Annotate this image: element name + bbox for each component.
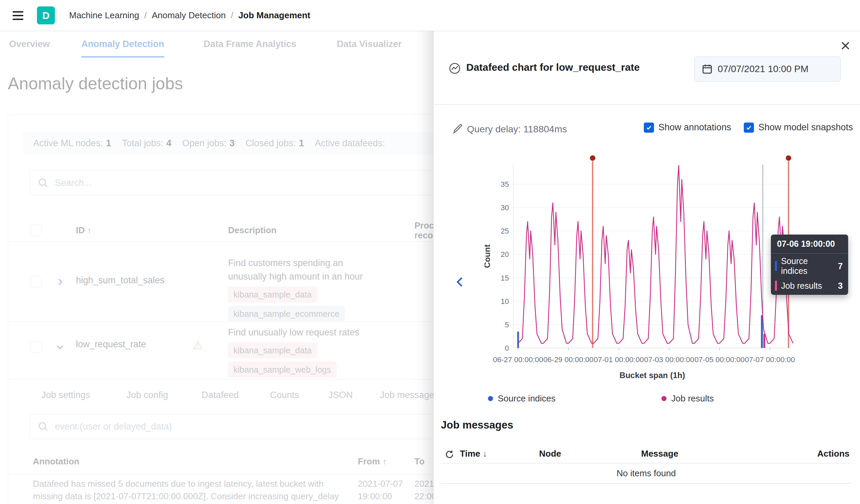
- job-id[interactable]: low_request_rate: [76, 339, 146, 350]
- svg-text:20: 20: [501, 250, 509, 258]
- column-header-time[interactable]: Time ↓: [460, 448, 487, 459]
- job-description-text: Find unusually low request rates: [228, 327, 359, 338]
- checkbox-label: Show model snapshots: [758, 122, 853, 133]
- tab-data-frame-analytics[interactable]: Data Frame Analytics: [204, 31, 297, 58]
- breadcrumb-separator: /: [144, 10, 147, 21]
- column-header-id[interactable]: ID ↑: [76, 219, 91, 241]
- svg-text:06-29 00:00:00: 06-29 00:00:00: [544, 355, 594, 364]
- job-id[interactable]: high_sum_total_sales: [76, 275, 164, 286]
- column-header-description[interactable]: Description: [228, 219, 276, 241]
- edit-icon[interactable]: [453, 124, 463, 134]
- breadcrumb-anomaly-detection[interactable]: Anomaly Detection: [152, 10, 226, 21]
- index-badge: kibana_sample_ecommerce: [228, 306, 345, 322]
- breadcrumb: Machine Learning / Anomaly Detection / J…: [69, 10, 311, 21]
- show-model-snapshots-checkbox[interactable]: Show model snapshots: [744, 122, 853, 133]
- svg-text:Count: Count: [485, 244, 492, 268]
- svg-text:0: 0: [505, 344, 509, 352]
- tab-datafeed[interactable]: Datafeed: [202, 390, 239, 400]
- tooltip-row: Job results 3: [771, 278, 848, 295]
- svg-text:5: 5: [505, 321, 509, 329]
- search-icon: [38, 178, 48, 188]
- column-header-from[interactable]: From ↑: [358, 456, 387, 467]
- series-color-bar: [775, 281, 777, 291]
- annotation-from: 2021-07-07 19:00:00: [358, 478, 403, 503]
- index-badge: kibana_sample_web_logs: [228, 361, 336, 378]
- tooltip-row: Source indices 7: [771, 253, 848, 278]
- svg-text:10: 10: [501, 297, 509, 306]
- index-badge: kibana_sample_data: [228, 342, 317, 358]
- sort-asc-icon: ↑: [383, 457, 387, 466]
- job-messages-empty-state: No items found: [441, 463, 851, 484]
- legend-label: Source indices: [498, 393, 556, 404]
- datafeed-chart[interactable]: 3530252015105006-27 00:00:0006-29 00:00:…: [485, 149, 810, 386]
- datafeed-chart-flyout: Datafeed chart for low_request_rate 07/0…: [433, 0, 860, 504]
- row-checkbox[interactable]: [30, 276, 42, 287]
- svg-text:07-05 00:00:00: 07-05 00:00:00: [694, 355, 744, 364]
- legend-source-indices[interactable]: Source indices: [488, 393, 556, 404]
- svg-text:15: 15: [501, 274, 509, 282]
- tooltip-value: 3: [838, 281, 843, 291]
- search-icon: [38, 421, 48, 432]
- show-annotations-checkbox[interactable]: Show annotations: [644, 122, 731, 133]
- svg-text:25: 25: [501, 227, 509, 235]
- row-checkbox[interactable]: [30, 341, 42, 353]
- stat-label: Open jobs:: [182, 138, 227, 148]
- stat-value: 3: [229, 138, 234, 148]
- tab-data-visualizer[interactable]: Data Visualizer: [337, 31, 402, 58]
- tab-job-settings[interactable]: Job settings: [41, 390, 90, 400]
- tooltip-label: Source indices: [781, 256, 834, 276]
- stat-label: Closed jobs:: [245, 138, 296, 148]
- column-header-message: Message: [641, 448, 678, 459]
- tab-anomaly-detection[interactable]: Anomaly Detection: [81, 31, 164, 58]
- index-badge: kibana_sample_data: [228, 286, 317, 302]
- select-all-checkbox[interactable]: [30, 225, 42, 236]
- legend-dot-icon: [661, 396, 666, 401]
- flyout-title: Datafeed chart for low_request_rate: [466, 62, 640, 73]
- svg-text:07-07 00:00:00: 07-07 00:00:00: [745, 355, 795, 364]
- legend-job-results[interactable]: Job results: [661, 393, 714, 404]
- job-description-text: Find customers spending an unusually hig…: [228, 258, 363, 282]
- checkbox-checked-icon: [644, 122, 654, 133]
- checkbox-checked-icon: [744, 122, 754, 133]
- svg-text:07-01 00:00:00: 07-01 00:00:00: [594, 355, 644, 364]
- warning-icon: ⚠: [193, 339, 203, 352]
- breadcrumb-machine-learning[interactable]: Machine Learning: [69, 10, 139, 21]
- column-header-annotation: Annotation: [33, 456, 79, 467]
- calendar-icon: [702, 64, 712, 74]
- datafeed-chart-icon: [449, 62, 461, 74]
- series-color-bar: [775, 261, 777, 271]
- tab-json[interactable]: JSON: [328, 390, 353, 400]
- column-header-to[interactable]: To: [414, 456, 425, 467]
- legend-dot-icon: [488, 396, 493, 401]
- tooltip-value: 7: [838, 261, 843, 271]
- refresh-icon[interactable]: [445, 450, 454, 459]
- query-delay-text: Query delay: 118804ms: [467, 124, 567, 135]
- job-messages-table-header: Time ↓ Node Message Actions: [441, 443, 851, 463]
- chevron-down-icon[interactable]: [56, 343, 64, 351]
- page-title: Anomaly detection jobs: [8, 74, 183, 93]
- chevron-right-icon[interactable]: [56, 278, 64, 286]
- chevron-left-icon[interactable]: [452, 274, 468, 291]
- column-label: ID: [76, 225, 85, 236]
- svg-text:30: 30: [501, 204, 509, 212]
- stat-value: 4: [167, 138, 171, 148]
- svg-text:35: 35: [501, 180, 509, 189]
- job-description: Find customers spending an unusually hig…: [228, 256, 374, 322]
- legend-label: Job results: [671, 393, 714, 404]
- tab-counts[interactable]: Counts: [270, 390, 299, 400]
- column-header-actions: Actions: [817, 448, 849, 459]
- tab-job-config[interactable]: Job config: [126, 390, 168, 400]
- column-header-node: Node: [539, 448, 561, 459]
- deployment-logo[interactable]: D: [37, 6, 55, 24]
- menu-icon[interactable]: [13, 11, 24, 20]
- date-picker[interactable]: 07/07/2021 10:00 PM: [694, 57, 841, 81]
- annotation-text: Datafeed has missed 5 documents due to i…: [33, 478, 355, 503]
- machine-learning-app: D Machine Learning / Anomaly Detection /…: [0, 0, 860, 504]
- sort-desc-icon: ↓: [483, 449, 487, 459]
- chart-legend: Source indices Job results: [485, 393, 847, 407]
- tab-overview[interactable]: Overview: [9, 31, 50, 58]
- svg-text:Bucket span (1h): Bucket span (1h): [619, 371, 685, 380]
- tab-job-messages[interactable]: Job messages: [380, 390, 439, 400]
- date-picker-value: 07/07/2021 10:00 PM: [718, 64, 808, 74]
- sort-asc-icon: ↑: [87, 226, 91, 235]
